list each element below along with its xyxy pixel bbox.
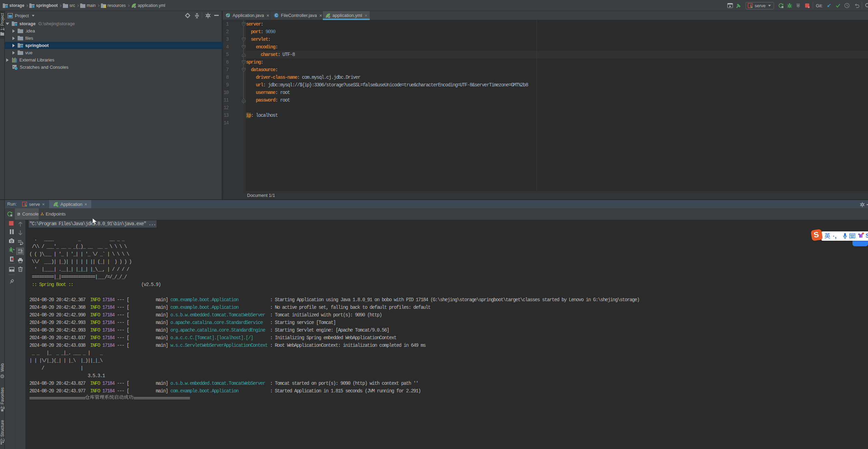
svg-text:C: C xyxy=(275,13,278,17)
svg-text:S: S xyxy=(866,233,868,239)
svg-text:2: 2 xyxy=(808,6,809,8)
